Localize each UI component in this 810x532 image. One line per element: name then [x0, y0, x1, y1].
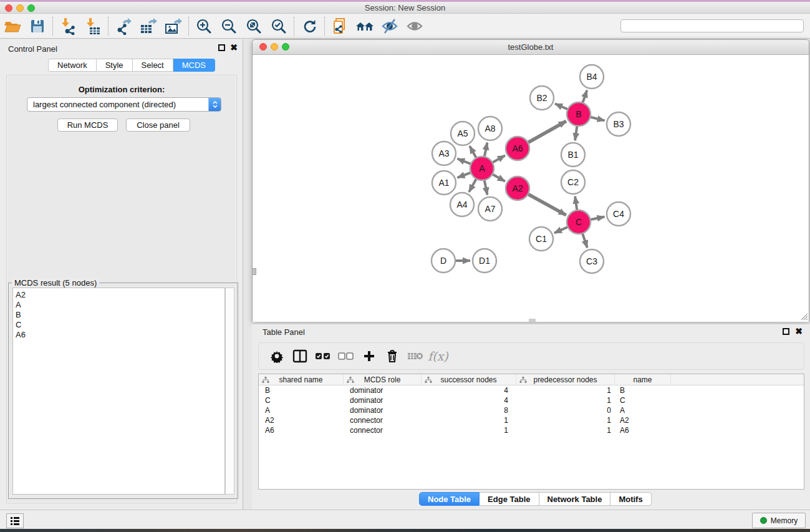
column-header-predecessor-nodes[interactable]: predecessor nodes	[516, 374, 615, 385]
scrollbar-handle[interactable]	[529, 319, 536, 322]
task-history-button[interactable]	[6, 513, 24, 528]
table-row[interactable]: Bdominator41B	[259, 385, 804, 395]
table-cell[interactable]: dominator	[344, 405, 422, 415]
tab-style[interactable]: Style	[97, 59, 133, 72]
table-cell[interactable]: dominator	[344, 395, 422, 405]
tab-node-table[interactable]: Node Table	[419, 492, 480, 506]
tab-motifs[interactable]: Motifs	[610, 492, 651, 506]
table-cell[interactable]: A	[259, 405, 344, 415]
mcds-result-item[interactable]: B	[16, 310, 224, 320]
network-window-titlebar[interactable]: testGlobe.txt	[253, 40, 809, 55]
table-cell[interactable]: 4	[422, 385, 516, 395]
application-window: Session: New Session	[0, 0, 810, 532]
tab-select[interactable]: Select	[133, 59, 173, 72]
column-header-shared-name[interactable]: shared name	[259, 374, 344, 385]
select-all-icon[interactable]	[311, 346, 334, 367]
table-cell[interactable]: connector	[344, 415, 422, 425]
float-panel-icon[interactable]	[783, 328, 789, 335]
table-cell[interactable]: 1	[516, 425, 615, 435]
table-cell[interactable]: 1	[422, 425, 516, 435]
save-session-icon[interactable]	[25, 16, 50, 37]
show-all-icon[interactable]	[402, 16, 427, 37]
table-row[interactable]: A6connector11A6	[259, 425, 804, 435]
function-builder-icon[interactable]: f(x)	[427, 346, 450, 367]
export-image-icon[interactable]	[161, 16, 186, 37]
close-panel-button[interactable]: Close panel	[126, 118, 190, 132]
mcds-result-list[interactable]: A2ABCA6	[12, 288, 225, 495]
delete-row-icon[interactable]	[380, 346, 403, 367]
table-cell[interactable]: connector	[344, 425, 422, 435]
open-session-icon[interactable]	[0, 16, 25, 37]
mcds-result-item[interactable]: A6	[16, 330, 224, 340]
optimization-criterion-label: Optimization criterion:	[0, 85, 243, 94]
run-mcds-button[interactable]: Run MCDS	[57, 118, 118, 132]
table-cell[interactable]: A2	[615, 415, 671, 425]
app-titlebar[interactable]: Session: New Session	[0, 2, 810, 14]
table-settings-icon[interactable]	[265, 346, 288, 367]
scrollbar-handle[interactable]	[252, 268, 256, 275]
tab-mcds[interactable]: MCDS	[173, 59, 215, 72]
table-cell[interactable]: A6	[615, 425, 671, 435]
table-cell[interactable]: B	[259, 385, 344, 395]
table-cell[interactable]: 1	[516, 385, 615, 395]
memory-label: Memory	[771, 516, 798, 525]
mcds-result-title: MCDS result (5 nodes)	[12, 278, 99, 288]
export-network-icon[interactable]	[111, 16, 136, 37]
table-cell[interactable]: 8	[422, 405, 516, 415]
mcds-result-item[interactable]: A	[16, 300, 224, 310]
float-panel-icon[interactable]	[218, 44, 225, 51]
tab-network[interactable]: Network	[48, 59, 97, 72]
memory-button[interactable]: Memory	[752, 513, 806, 528]
mcds-result-item[interactable]: C	[16, 320, 224, 330]
zoom-selected-icon[interactable]	[266, 16, 291, 37]
table-cell[interactable]: 1	[516, 415, 615, 425]
table-cell[interactable]: 1	[516, 395, 615, 405]
deselect-all-icon[interactable]	[334, 346, 357, 367]
zoom-out-icon[interactable]	[216, 16, 241, 37]
graph-node-label: B3	[613, 119, 624, 129]
show-columns-icon[interactable]	[288, 346, 311, 367]
table-cell[interactable]: A6	[259, 425, 344, 435]
import-table-icon[interactable]	[80, 16, 105, 37]
network-graph[interactable]: B4B2BB3A8A5A6A3B1AA1C2A2A4A7C4CC1DD1C3	[253, 55, 809, 322]
zoom-in-icon[interactable]	[191, 16, 216, 37]
import-network-icon[interactable]	[55, 16, 80, 37]
table-cell[interactable]: 1	[422, 415, 516, 425]
table-panel: Table Panel ✖	[252, 324, 810, 510]
graph-node-label: D1	[479, 256, 490, 266]
resize-grip-icon[interactable]	[799, 312, 808, 321]
hide-selected-icon[interactable]	[377, 16, 402, 37]
table-row[interactable]: A2connector11A2	[259, 415, 804, 425]
delete-table-icon[interactable]	[403, 346, 427, 367]
table-row[interactable]: Adominator80A	[259, 405, 804, 415]
export-table-icon[interactable]	[136, 16, 161, 37]
optimization-criterion-select[interactable]: largest connected component (directed)	[27, 97, 221, 112]
mcds-result-scrollbar[interactable]	[225, 288, 234, 495]
mcds-result-item[interactable]: A2	[16, 290, 224, 300]
network-canvas[interactable]: B4B2BB3A8A5A6A3B1AA1C2A2A4A7C4CC1DD1C3	[253, 55, 809, 322]
table-cell[interactable]: 0	[516, 405, 615, 415]
refresh-view-icon[interactable]	[297, 16, 322, 37]
table-cell[interactable]: dominator	[344, 385, 422, 395]
app-title: Session: New Session	[0, 3, 810, 12]
close-panel-icon[interactable]: ✖	[230, 44, 238, 51]
reset-layout-icon[interactable]	[352, 16, 377, 37]
column-header-successor-nodes[interactable]: successor nodes	[422, 374, 516, 385]
column-header-name[interactable]: name	[615, 374, 671, 385]
table-cell[interactable]: A2	[259, 415, 344, 425]
table-cell[interactable]: A	[615, 405, 671, 415]
table-cell[interactable]: C	[615, 395, 671, 405]
tab-network-table[interactable]: Network Table	[539, 492, 611, 506]
column-header-mcds-role[interactable]: MCDS role	[344, 374, 422, 385]
new-network-from-selection-icon[interactable]	[327, 16, 352, 37]
add-row-icon[interactable]	[357, 346, 380, 367]
tab-edge-table[interactable]: Edge Table	[480, 492, 539, 506]
search-input[interactable]	[620, 19, 804, 32]
table-cell[interactable]: 4	[422, 395, 516, 405]
close-panel-icon[interactable]: ✖	[795, 328, 803, 335]
table-cell[interactable]: C	[259, 395, 344, 405]
table-row[interactable]: Cdominator41C	[259, 395, 804, 405]
zoom-fit-icon[interactable]	[241, 16, 266, 37]
table-cell[interactable]: B	[615, 385, 671, 395]
graph-node-label: C1	[536, 234, 547, 244]
